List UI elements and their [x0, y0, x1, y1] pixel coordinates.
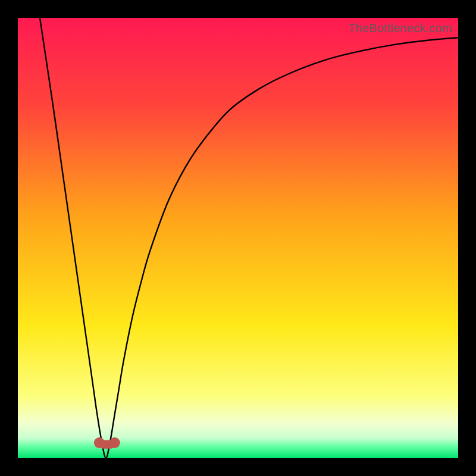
optimum-left	[94, 437, 105, 448]
chart-svg	[18, 18, 458, 458]
optimum-right	[109, 437, 120, 448]
plot-area: TheBottleneck.com	[18, 18, 458, 458]
watermark-text: TheBottleneck.com	[348, 21, 452, 35]
chart-frame: TheBottleneck.com	[0, 0, 476, 476]
gradient-background	[18, 18, 458, 458]
